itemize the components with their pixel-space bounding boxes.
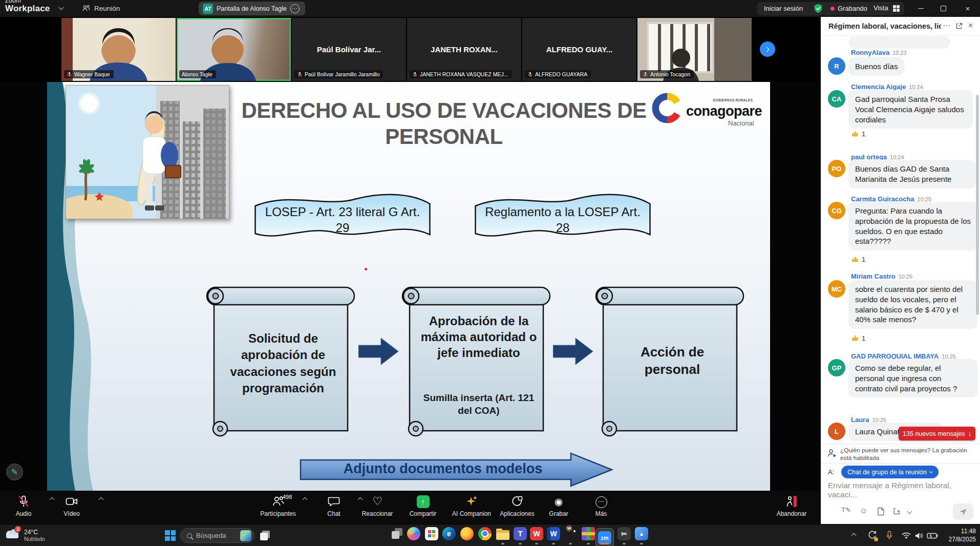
recording-dot-icon (830, 7, 835, 11)
message-bubble: sobre el cuarenta por siento del sueldo … (848, 280, 977, 329)
chat-panel: Régimen laboral, vacaciones, lice... ⋯ ×… (821, 17, 980, 524)
message-sender: Clemencia Aigaje10:24 (851, 83, 923, 91)
chat-bubble-icon (327, 495, 340, 508)
sun-graphic (80, 95, 98, 112)
clock-widget[interactable]: 11:48 27/8/2025 (940, 527, 976, 543)
wps-office-icon[interactable]: W (529, 527, 544, 544)
chat-close-icon[interactable]: × (968, 21, 973, 30)
screen-capture-icon[interactable] (893, 507, 902, 515)
tab-more-icon[interactable]: ⋯ (290, 4, 300, 13)
mic-in-use-icon[interactable] (886, 524, 893, 546)
emoji-icon[interactable]: ☺ (860, 506, 867, 515)
tab-reunion[interactable]: Reunión (94, 5, 120, 12)
view-button[interactable]: Vista (874, 4, 888, 12)
reaction-chip[interactable]: 1 (851, 256, 865, 263)
video-tile-janeth[interactable]: JANETH ROXAN... JANETH ROXANA VASQUEZ ME… (407, 18, 521, 81)
wifi-icon[interactable] (901, 524, 911, 546)
copilot-icon[interactable] (406, 527, 421, 544)
teams-icon[interactable]: T (513, 527, 528, 544)
laser-pointer-dot (365, 268, 367, 270)
title-bar: Zoom Workplace Reunión AT Pantalla de Al… (0, 0, 980, 17)
avatar: MC (828, 280, 845, 298)
scroll-solicitud: Solicitud de aprobación de vacaciones se… (204, 283, 357, 439)
tray-expand-chevron[interactable] (852, 524, 856, 546)
banner-losep: LOSEP - Art. 23 literal G Art. 29 (248, 191, 437, 248)
edge-icon[interactable]: e (441, 527, 457, 544)
divider (821, 444, 980, 444)
close-button[interactable]: × (956, 0, 979, 17)
photos-icon[interactable]: ▲ (634, 527, 649, 544)
more-button[interactable]: ⋯ Más (573, 494, 629, 517)
app-window-icon[interactable] (390, 527, 406, 544)
next-videos-button[interactable] (760, 41, 775, 57)
avatar: PO (828, 160, 845, 177)
zoom-meeting-window: Zoom Workplace Reunión AT Pantalla de Al… (0, 0, 980, 546)
send-message-button[interactable] (953, 503, 973, 520)
chat-header: Régimen laboral, vacaciones, lice... ⋯ × (821, 17, 980, 36)
to-label: A: (828, 468, 834, 476)
conagopare-ring-icon (651, 92, 683, 124)
task-view-button[interactable] (260, 531, 270, 540)
chevron-down-icon (929, 470, 933, 473)
conagopare-logo: GOBIERNOS RURALES conagopare Nacional (651, 92, 761, 138)
temperature: 24°C (24, 529, 45, 536)
chevron-down-icon[interactable] (59, 5, 64, 10)
video-tile-paul[interactable]: Paúl Bolívar Jar... Paúl Bolívar Jaramil… (292, 18, 406, 81)
windows-taskbar: 2 24°C Nublado Búsqueda e T W W W (0, 524, 980, 546)
start-button[interactable] (165, 530, 176, 541)
meeting-toolbar: Audio Vídeo Participantes 498 Chat ♡ Rea… (0, 491, 821, 524)
participant-name-label: Antonio Tocagon (640, 70, 694, 78)
volume-icon[interactable] (914, 524, 924, 546)
chrome-icon[interactable] (477, 527, 493, 544)
file-attach-icon[interactable] (877, 507, 885, 516)
reaction-chip[interactable]: 1 (851, 130, 865, 138)
chat-more-icon[interactable]: ⋯ (943, 21, 950, 30)
camera-icon (65, 495, 78, 508)
snipping-tool-icon[interactable]: ✂ (616, 527, 632, 544)
new-messages-badge[interactable]: 135 nuevos mensajes ↓ (899, 427, 975, 440)
battery-icon[interactable] (927, 524, 938, 546)
chat-scrollbar[interactable] (976, 95, 979, 315)
chrome-profile-icon[interactable]: W (563, 527, 578, 544)
divider (821, 463, 980, 464)
format-text-icon[interactable]: T✎ (841, 506, 851, 514)
weather-widget[interactable]: 2 24°C Nublado (4, 528, 45, 542)
reaction-chip[interactable]: 1 (851, 334, 865, 342)
chevron-down-icon[interactable] (907, 509, 912, 514)
firefox-icon[interactable] (459, 527, 475, 544)
minimize-button[interactable] (909, 0, 932, 17)
annotation-pencil-button[interactable]: ✎ (6, 464, 23, 480)
presentation-slide: DERECHO AL USO DE VACACIONES DE PERSONAL… (47, 82, 770, 491)
view-grid-icon[interactable] (893, 5, 900, 12)
leave-meeting-button[interactable]: Abandonar (763, 494, 820, 517)
word-icon[interactable]: W (546, 527, 561, 544)
sync-update-icon[interactable] (867, 524, 877, 546)
chat-recipient-selector[interactable]: Chat de grupo de la reunión (841, 466, 939, 478)
participant-name-label: Alonso Tagle (179, 70, 216, 78)
participants-button[interactable]: Participantes 498 (250, 494, 306, 517)
restore-button[interactable] (932, 0, 954, 17)
date: 27/8/2025 (940, 535, 976, 543)
pop-out-icon[interactable] (955, 23, 963, 30)
video-tile-alonso[interactable]: Alonso Tagle (177, 18, 291, 81)
down-arrow-icon: ↓ (968, 430, 971, 437)
video-button[interactable]: Vídeo (44, 494, 100, 517)
taskbar-search[interactable]: Búsqueda (180, 528, 254, 543)
tab-screen-share[interactable]: AT Pantalla de Alonso Tagle ⋯ (199, 2, 305, 15)
microsoft-store-icon[interactable] (424, 527, 439, 544)
message-bubble: Gad parroquial Santa Prosa Vocal Clemenc… (848, 90, 973, 129)
video-tile-alfredo[interactable]: ALFREDO GUAY... ALFREDO GUAYARA (522, 18, 636, 81)
sign-in-button[interactable]: Iniciar sesión (764, 5, 803, 12)
zoom-app-icon[interactable]: zm (597, 527, 612, 544)
video-tile-wagner[interactable]: Wagner Baque (61, 18, 176, 81)
time: 11:48 (940, 527, 976, 535)
file-explorer-icon[interactable] (495, 527, 510, 544)
notification-badge: 2 (14, 526, 22, 533)
message-sender: RonnyAlava10:23 (851, 49, 907, 56)
video-tile-antonio[interactable]: Antonio Tocagon (637, 18, 752, 81)
winrar-icon[interactable] (581, 527, 596, 544)
chat-message-input[interactable]: Enviar mensaje a Régimen laboral, vacaci… (828, 481, 980, 499)
share-screen-button[interactable]: ↑ Compartir (395, 494, 451, 517)
avatar: CA (828, 90, 845, 108)
security-shield-icon[interactable] (813, 3, 823, 14)
